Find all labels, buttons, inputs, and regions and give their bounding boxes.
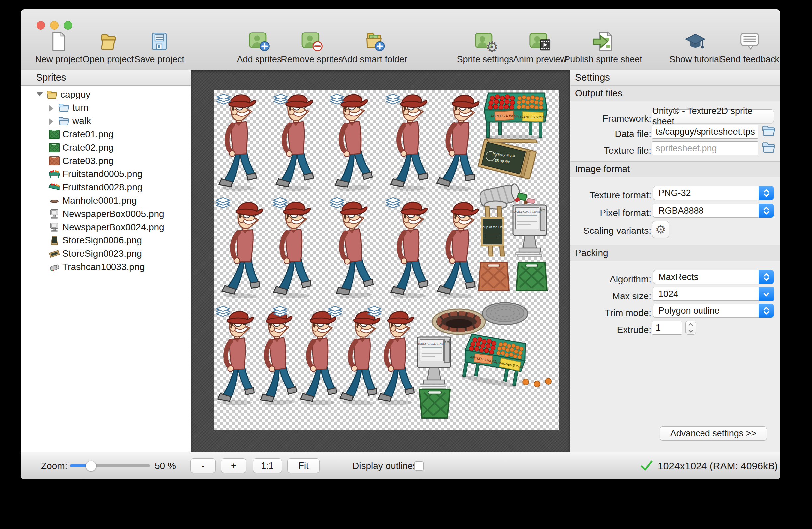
advanced-settings-label: Advanced settings >> [670, 428, 757, 439]
data-file-label: Data file: [572, 129, 651, 139]
tree-item-capguy[interactable]: capguy [20, 88, 191, 102]
max-size-value: 1024 [653, 289, 678, 299]
tree-item-label: StoreSign0023.png [62, 248, 142, 259]
algorithm-label: Algorithm: [572, 274, 651, 284]
texturepacker-window: New project Open project Save project Ad… [20, 9, 781, 479]
framework-button[interactable]: Unity® - Texture2D sprite sheet [652, 109, 774, 123]
zoom-one-to-one-button[interactable]: 1:1 [253, 458, 282, 473]
tree-item-fruitstand0028[interactable]: Fruitstand0028.png [20, 181, 191, 194]
tree-item-label: NewspaperBox0005.png [62, 209, 164, 219]
tree-item-storesign0023[interactable]: StoreSign0023.png [20, 247, 191, 261]
add-sprites-icon [248, 30, 271, 53]
scaling-variants-button[interactable]: ⚙ [652, 221, 669, 238]
store-sign-thumbnail-icon [48, 235, 60, 246]
algorithm-select[interactable]: MaxRects [653, 270, 774, 284]
tree-item-label: Crate01.png [62, 129, 114, 139]
toolbar-send-feedback[interactable]: Send feedback [720, 30, 780, 65]
tree-item-label: Crate03.png [62, 156, 114, 166]
toolbar-label: New project [35, 54, 83, 65]
pixel-format-select[interactable]: RGBA8888 [653, 204, 774, 218]
tree-item-manhole0001[interactable]: Manhole0001.png [20, 194, 191, 208]
chevron-up-down-icon [758, 304, 774, 318]
toolbar: New project Open project Save project Ad… [20, 9, 781, 70]
stepper-down-icon[interactable] [685, 328, 696, 334]
tree-item-storesign0006[interactable]: StoreSign0006.png [20, 234, 191, 247]
algorithm-value: MaxRects [653, 272, 698, 282]
settings-title-label: Settings [575, 72, 610, 83]
max-size-combobox[interactable]: 1024 [653, 287, 774, 301]
tree-item-label: Trashcan10033.png [62, 262, 145, 272]
pixel-format-value: RGBA8888 [653, 206, 704, 216]
fullscreen-button[interactable] [64, 21, 72, 30]
chevron-up-down-icon [758, 204, 774, 218]
toolbar-label: Show tutorial [669, 54, 721, 65]
toolbar-add-smart-folder[interactable]: Add smart folder [342, 30, 407, 65]
trim-mode-select[interactable]: Polygon outline [653, 304, 774, 318]
toolbar-label: Publish sprite sheet [564, 54, 642, 65]
toolbar-save-project[interactable]: Save project [134, 30, 184, 65]
zoom-fit-button[interactable]: Fit [287, 458, 320, 473]
toolbar-anim-preview[interactable]: Anim preview [513, 30, 567, 65]
newspaper-box-thumbnail-icon [48, 209, 60, 219]
tree-item-label: Manhole0001.png [62, 195, 137, 206]
extrude-stepper[interactable] [685, 321, 696, 335]
disclosure-triangle-icon[interactable] [36, 91, 43, 96]
sprite-sheet-art: Mystery Muck $5.99 /lb! [214, 90, 560, 430]
tree-item-crate02[interactable]: Crate02.png [20, 141, 191, 155]
minimize-button[interactable] [50, 21, 59, 30]
tree-item-crate01[interactable]: Crate01.png [20, 128, 191, 141]
toolbar-show-tutorial[interactable]: Show tutorial [669, 30, 721, 65]
tree-item-fruitstand0005[interactable]: Fruitstand0005.png [20, 168, 191, 181]
framework-label: Framework: [572, 114, 651, 124]
open-folder-icon [97, 30, 120, 53]
tree-item-label: Fruitstand0005.png [62, 169, 142, 179]
settings-panel-title: Settings [570, 70, 781, 86]
zoom-out-button[interactable]: - [190, 458, 216, 473]
toolbar-publish-sprite-sheet[interactable]: Publish sprite sheet [564, 30, 642, 65]
toolbar-remove-sprites[interactable]: Remove sprites [281, 30, 343, 65]
texture-format-select[interactable]: PNG-32 [653, 186, 774, 200]
toolbar-add-sprites[interactable]: Add sprites [236, 30, 281, 65]
zoom-in-button[interactable]: + [221, 458, 246, 473]
tree-item-trashcan10033[interactable]: Trashcan10033.png [20, 261, 191, 274]
zoom-in-label: + [231, 461, 236, 471]
tree-item-label: Fruitstand0028.png [62, 182, 142, 193]
max-size-label: Max size: [572, 291, 651, 302]
sheet-size-status: 1024x1024 (RAM: 4096kB) [658, 460, 778, 472]
toolbar-open-project[interactable]: Open project [83, 30, 134, 65]
folder-icon [46, 89, 58, 100]
display-outlines-checkbox[interactable] [415, 461, 424, 471]
disclosure-triangle-icon[interactable] [49, 118, 54, 126]
data-file-browse-button[interactable] [761, 124, 775, 138]
speech-bubble-icon [738, 30, 761, 53]
zoom-slider-thumb[interactable] [86, 461, 96, 471]
tree-item-walk[interactable]: walk [20, 115, 191, 128]
texture-file-browse-button[interactable] [761, 141, 775, 155]
gear-icon: ⚙ [655, 222, 666, 236]
close-button[interactable] [37, 21, 45, 30]
toolbar-sprite-settings[interactable]: ⚙ Sprite settings [456, 30, 513, 65]
sprite-tree: capguy turn walk Crate01.png Crate02.png [20, 86, 191, 452]
trim-mode-value: Polygon outline [653, 306, 720, 316]
data-file-input[interactable] [652, 125, 758, 138]
toolbar-new-project[interactable]: New project [35, 30, 83, 65]
gear-icon: ⚙ [486, 40, 499, 54]
one-to-one-label: 1:1 [261, 461, 274, 471]
chevron-up-down-icon [758, 270, 774, 284]
tree-item-turn[interactable]: turn [20, 102, 191, 115]
advanced-settings-button[interactable]: Advanced settings >> [660, 426, 767, 441]
fruitstand-thumbnail-icon [48, 169, 60, 179]
screen: New project Open project Save project Ad… [0, 0, 812, 529]
sprite-sheet-canvas[interactable]: Mystery Muck $5.99 /lb! [191, 70, 570, 452]
sprites-title-label: Sprites [36, 72, 66, 83]
crate-thumbnail-icon [48, 142, 60, 153]
tree-item-newspaperbox0024[interactable]: NewspaperBox0024.png [20, 221, 191, 234]
manhole-cover-art [482, 303, 527, 325]
tree-item-newspaperbox0005[interactable]: NewspaperBox0005.png [20, 208, 191, 221]
stepper-up-icon[interactable] [685, 321, 696, 328]
texture-file-input[interactable] [652, 141, 758, 155]
disclosure-triangle-icon[interactable] [49, 105, 54, 112]
settings-panel: Settings Output files Framework: Unity® … [570, 70, 781, 452]
tree-item-crate03[interactable]: Crate03.png [20, 155, 191, 168]
extrude-input[interactable] [652, 321, 682, 335]
